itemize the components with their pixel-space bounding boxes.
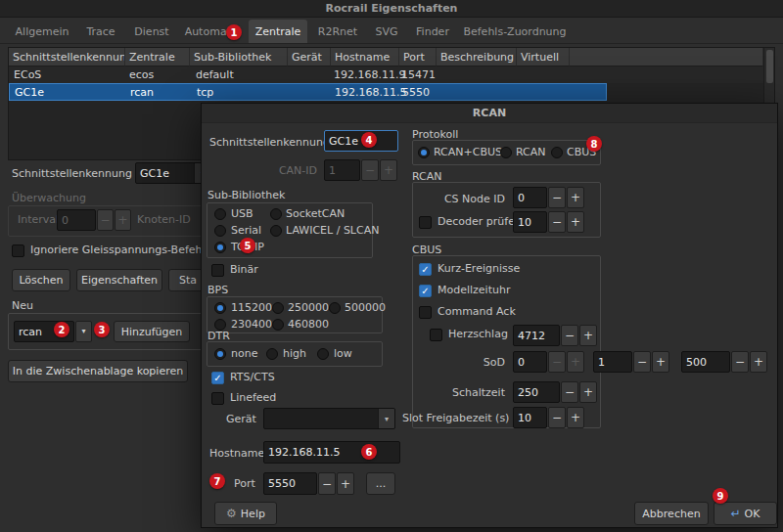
radio-socketcan-label[interactable]: SocketCAN (286, 207, 345, 221)
radio-460800[interactable] (272, 319, 284, 331)
radio-250000-label[interactable]: 250000 (288, 301, 329, 315)
binar-label[interactable]: Binär (230, 263, 258, 277)
radio-dtr-high-label[interactable]: high (283, 347, 306, 361)
switch-time-plus-button[interactable]: + (579, 381, 597, 403)
column-header-virtuell[interactable]: Virtuell (517, 48, 570, 66)
rtscts-label[interactable]: RTS/CTS (230, 371, 275, 384)
radio-250000[interactable] (272, 302, 284, 314)
ok-button[interactable]: ↵ OK (714, 502, 777, 525)
column-header-hostname[interactable]: Hostname (331, 48, 399, 66)
sod-value-2[interactable]: 1 (593, 351, 632, 373)
sod-value-1[interactable]: 0 (513, 351, 547, 373)
port-plus-button[interactable]: + (337, 472, 354, 495)
interval-minus-button[interactable]: − (97, 209, 114, 231)
tab-finder[interactable]: Finder (409, 20, 456, 43)
interface-at-combo-value[interactable]: GC1e (136, 163, 194, 183)
port-value[interactable]: 5550 (263, 472, 317, 495)
decoder-check-value[interactable]: 10 (513, 211, 547, 233)
heartbeat-checkbox[interactable] (430, 329, 442, 341)
delete-button[interactable]: Löschen (12, 269, 70, 291)
column-header-beschreibung[interactable]: Beschreibung (437, 48, 517, 66)
heartbeat-plus-button[interactable]: + (579, 325, 597, 346)
radio-dtr-low[interactable] (317, 348, 329, 360)
radio-rcan-label[interactable]: RCAN (516, 146, 546, 159)
tab-trace[interactable]: Trace (78, 20, 123, 43)
column-header-geraet[interactable]: Gerät (288, 48, 331, 66)
interval-plus-button[interactable]: + (115, 209, 131, 231)
radio-rcan[interactable] (500, 147, 512, 158)
radio-lawicel[interactable] (270, 225, 282, 237)
radio-dtr-none[interactable] (214, 348, 226, 360)
cs-node-id-value[interactable]: 0 (513, 187, 547, 208)
short-events-checkbox[interactable]: ✓ (419, 263, 432, 276)
radio-usb[interactable] (214, 208, 226, 220)
sod-3-plus-button[interactable]: + (750, 351, 767, 373)
table-scrollbar-thumb[interactable] (766, 50, 773, 83)
radio-tcpip[interactable] (214, 242, 226, 253)
can-id-minus-button[interactable]: − (361, 159, 379, 181)
tab-svg[interactable]: SVG (368, 20, 405, 43)
add-button[interactable]: Hinzufügen (114, 321, 190, 342)
slot-release-value[interactable]: 10 (513, 407, 547, 428)
copy-to-clipboard-button[interactable]: In die Zwischenablage kopieren (8, 360, 188, 382)
radio-115200[interactable] (214, 302, 226, 314)
browse-dots-button[interactable]: ... (366, 472, 395, 495)
sod-value-3[interactable]: 500 (681, 351, 730, 373)
slot-release-plus-button[interactable]: + (567, 407, 584, 428)
help-button[interactable]: ⚙ Help (214, 502, 277, 525)
port-minus-button[interactable]: − (318, 472, 336, 495)
heartbeat-minus-button[interactable]: − (561, 325, 578, 346)
slot-release-minus-button[interactable]: − (548, 407, 566, 428)
sod-2-plus-button[interactable]: + (652, 351, 669, 373)
can-id-value[interactable]: 1 (324, 159, 360, 181)
model-clock-label[interactable]: Modellzeituhr (438, 284, 510, 297)
sod-1-minus-button[interactable]: − (548, 351, 566, 373)
radio-serial[interactable] (214, 225, 226, 237)
decoder-check-plus-button[interactable]: + (567, 211, 584, 233)
ignore-power-commands-label[interactable]: Ignoriere Gleisspannungs-Befehle (30, 244, 211, 257)
decoder-check-minus-button[interactable]: − (548, 211, 566, 233)
column-header-zentrale[interactable]: Zentrale (125, 48, 190, 66)
tab-allgemein[interactable]: Allgemein (10, 20, 74, 43)
tab-zentrale[interactable]: Zentrale (249, 20, 307, 43)
radio-dtr-high[interactable] (266, 348, 278, 360)
properties-button[interactable]: Eigenschaften (76, 269, 162, 291)
switch-time-value[interactable]: 250 (513, 381, 560, 403)
hostname-input[interactable]: 192.168.11.5 (263, 441, 400, 464)
radio-dtr-none-label[interactable]: none (231, 347, 257, 361)
device-combo[interactable]: ▾ (263, 408, 395, 429)
rtscts-checkbox[interactable]: ✓ (211, 372, 224, 384)
cs-node-id-minus-button[interactable]: − (548, 187, 566, 208)
radio-230400-label[interactable]: 230400 (231, 318, 272, 332)
command-ack-label[interactable]: Command Ack (438, 305, 516, 319)
radio-rcan-cbus[interactable] (418, 147, 430, 158)
sod-1-plus-button[interactable]: + (567, 351, 584, 373)
chevron-down-icon[interactable]: ▾ (378, 409, 394, 428)
heartbeat-value[interactable]: 4712 (513, 325, 560, 346)
ignore-power-commands-checkbox[interactable] (12, 244, 24, 257)
model-clock-checkbox[interactable]: ✓ (419, 285, 432, 297)
radio-cbus[interactable] (551, 147, 563, 158)
sod-3-minus-button[interactable]: − (731, 351, 749, 373)
radio-usb-label[interactable]: USB (231, 207, 253, 221)
radio-460800-label[interactable]: 460800 (288, 318, 329, 332)
short-events-label[interactable]: Kurz-Ereignisse (438, 262, 520, 276)
heartbeat-label[interactable]: Herzschlag (448, 328, 508, 341)
can-id-plus-button[interactable]: + (380, 159, 397, 181)
switch-time-minus-button[interactable]: − (561, 381, 578, 403)
radio-dtr-low-label[interactable]: low (334, 347, 352, 361)
radio-socketcan[interactable] (270, 208, 282, 220)
column-header-sublib[interactable]: Sub-Bibliothek (190, 48, 288, 66)
command-ack-checkbox[interactable] (419, 306, 432, 319)
table-row-gc1e-selected[interactable]: GC1e rcan tcp 192.168.11.5 5550 (9, 83, 607, 101)
device-combo-value[interactable] (264, 409, 378, 428)
linefeed-label[interactable]: Linefeed (230, 391, 276, 405)
column-header-port[interactable]: Port (399, 48, 437, 66)
radio-115200-label[interactable]: 115200 (231, 301, 272, 315)
cancel-button[interactable]: Abbrechen (634, 502, 709, 525)
cs-node-id-plus-button[interactable]: + (567, 187, 584, 208)
sod-2-minus-button[interactable]: − (633, 351, 651, 373)
tab-dienst[interactable]: Dienst (127, 20, 176, 43)
decoder-check-checkbox[interactable] (419, 216, 432, 229)
tab-r2rnet[interactable]: R2Rnet (311, 20, 364, 43)
